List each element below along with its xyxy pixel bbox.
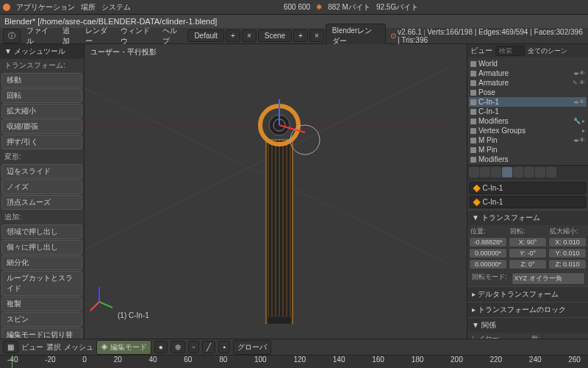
scene-dropdown[interactable]: Scene [258, 29, 292, 42]
tab-data-icon[interactable] [535, 167, 545, 177]
outliner-item[interactable]: Vertex Groups▸ [469, 126, 587, 135]
pos-z[interactable]: 0.00000* [469, 259, 507, 269]
tool-item[interactable]: 細分化 [1, 255, 82, 270]
tab-scene-icon[interactable] [480, 167, 490, 177]
tool-item[interactable]: 押す/引く [1, 135, 82, 149]
outliner-item[interactable]: Modifiers🔧 ▸ [469, 116, 587, 126]
tool-item[interactable]: 頂点スムーズ [1, 195, 82, 210]
viewport-canvas: (1) C-In-1 [85, 44, 452, 324]
rot-z[interactable]: Z: 0° [509, 259, 547, 269]
screen-layout-dropdown[interactable]: Default [187, 29, 224, 42]
tool-item[interactable]: ループカットとスライド [1, 271, 82, 296]
pos-x[interactable]: -0.88828* [469, 237, 507, 247]
object-icon [470, 61, 476, 67]
tool-item[interactable]: 個々に押し出し [1, 240, 82, 255]
lock-section[interactable]: ▸ トランスフォームのロック [467, 302, 588, 317]
tool-item[interactable]: 移動 [1, 73, 82, 88]
shading-icon[interactable]: ● [154, 341, 168, 353]
object-icon [470, 157, 476, 163]
add-scene-icon[interactable]: + [293, 29, 308, 42]
mode-dropdown[interactable]: ◈ 編集モード [96, 340, 151, 355]
tool-item[interactable]: 拡大縮小 [1, 104, 82, 118]
tab-material-icon[interactable] [546, 167, 556, 177]
object-icon [470, 99, 476, 105]
cpu-meter: 600 600 [284, 3, 310, 11]
scale-z[interactable]: Z: 0.010 [548, 259, 587, 269]
outliner-item[interactable]: Pose [469, 88, 587, 97]
places-menu[interactable]: 場所 [81, 2, 96, 13]
tab-constraint-icon[interactable] [513, 167, 523, 177]
timeline-cursor[interactable] [12, 355, 12, 368]
sel-vertex-icon[interactable]: ▫ [188, 341, 200, 353]
tab-object-icon[interactable] [502, 167, 512, 177]
object-icon [470, 109, 476, 115]
object-name-field[interactable]: 🔶 C-In-1 [469, 196, 587, 208]
outliner-item[interactable]: Modifiers [469, 155, 587, 164]
section-transform: トランスフォーム: [0, 59, 84, 72]
props-tabs[interactable] [467, 166, 588, 180]
object-icon [470, 138, 476, 144]
outliner-item[interactable]: M Pin [469, 145, 587, 155]
tool-item[interactable]: 回転 [1, 88, 82, 103]
view-menu[interactable]: ビュー [21, 342, 43, 353]
editor-type-icon[interactable]: ⓘ [3, 29, 21, 43]
select-menu[interactable]: 選択 [46, 342, 61, 353]
rot-y[interactable]: Y: -0° [509, 248, 547, 258]
del-scene-icon[interactable]: × [309, 29, 324, 42]
timeline[interactable]: -40-200204060801001201401601802002202402… [0, 355, 588, 368]
add-layout-icon[interactable]: + [226, 29, 240, 42]
object-icon [470, 128, 476, 134]
mesh-menu[interactable]: メッシュ [64, 342, 93, 353]
outliner: ビュー 全てのシーン WorldArmature◂▸👁Armature✎ 👁Po… [467, 44, 588, 166]
object-icon [470, 71, 476, 77]
del-layout-icon[interactable]: × [242, 29, 257, 42]
scale-y[interactable]: Y: 0.010 [548, 248, 587, 258]
tool-item[interactable]: 収縮/膨張 [1, 119, 82, 134]
object-icon [470, 80, 476, 86]
transform-section[interactable]: ▼ トランスフォーム [467, 210, 588, 225]
outliner-item[interactable]: Armature◂▸👁 [469, 68, 587, 78]
mem-meter: 882 Mバイト [328, 2, 370, 13]
tool-item[interactable]: 辺をスライド [1, 164, 82, 179]
pos-label: 位置: [469, 227, 507, 236]
editor-icon[interactable]: ▦ [3, 341, 18, 353]
blender-icon: ⊙ [390, 32, 396, 40]
object-icon [470, 90, 476, 96]
outliner-search[interactable] [495, 46, 525, 56]
scale-x[interactable]: X: 0.010 [548, 237, 587, 247]
orientation-dropdown[interactable]: グローバ [233, 340, 271, 355]
3d-viewport[interactable]: ユーザー・平行投影 (1) C-In-1 [85, 44, 467, 339]
tab-modifier-icon[interactable] [524, 167, 534, 177]
tool-item[interactable]: ノイズ [1, 180, 82, 194]
tool-item[interactable]: 複製 [1, 297, 82, 311]
tool-item[interactable]: スピン [1, 312, 82, 327]
tab-render-icon[interactable] [469, 167, 479, 177]
outliner-view-menu[interactable]: ビュー [470, 46, 492, 56]
system-menu[interactable]: システム [101, 2, 131, 13]
view-label: ユーザー・平行投影 [90, 47, 157, 57]
outliner-item[interactable]: C-In-1 [469, 107, 587, 116]
outliner-item[interactable]: World [469, 59, 587, 68]
sel-face-icon[interactable]: ▪ [218, 341, 230, 353]
relations-section[interactable]: ▼ 関係 [467, 317, 588, 333]
object-icon [470, 147, 476, 153]
pivot-icon[interactable]: ⊕ [171, 341, 185, 353]
outliner-filter-dropdown[interactable]: 全てのシーン [528, 46, 567, 56]
rot-x[interactable]: X: 90° [509, 237, 547, 247]
object-icon [470, 118, 476, 124]
outliner-item[interactable]: M Pin◂▸👁 [469, 135, 587, 145]
delta-section[interactable]: ▸ デルタトランスフォーム [467, 286, 588, 302]
tool-shelf: ▼ メッシュツール トランスフォーム: 移動回転拡大縮小収縮/膨張押す/引く変形… [0, 44, 85, 339]
tab-world-icon[interactable] [491, 167, 501, 177]
pos-y[interactable]: 0.00000* [469, 248, 507, 258]
right-panel: ビュー 全てのシーン WorldArmature◂▸👁Armature✎ 👁Po… [467, 44, 588, 339]
outliner-item[interactable]: C-In-1◂▸👁 [469, 97, 587, 107]
rotmode-dropdown[interactable]: XYZ オイラー角 [512, 272, 585, 285]
svg-line-19 [99, 302, 112, 308]
apps-menu[interactable]: アプリケーション [16, 2, 75, 13]
star-icon: ✱ [316, 3, 322, 11]
tool-item[interactable]: 編集モードに切り替え [1, 328, 82, 339]
outliner-item[interactable]: Armature✎ 👁 [469, 78, 587, 88]
tool-item[interactable]: 領域で押し出し [1, 224, 82, 239]
sel-edge-icon[interactable]: ╱ [202, 341, 215, 353]
